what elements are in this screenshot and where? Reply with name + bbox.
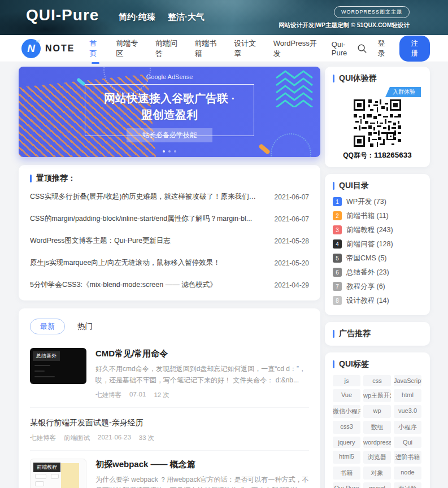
- pinned-post-row[interactable]: CSS实现多行折叠(展开/收起)的历史难题，就这样被攻破了！原来我们差... 2…: [30, 186, 309, 208]
- article-excerpt: 为什么要学 webpack ？用webpack官方的话：是否可以有一种方式，不仅…: [95, 474, 309, 488]
- tag-item[interactable]: html5: [333, 451, 360, 464]
- article-thumbnail: 总结番外: [30, 348, 86, 384]
- article-title: 某银行前端开发面试题-亲身经历: [30, 418, 309, 428]
- article-item[interactable]: 前端教程 初探webpack —— 概念篇 为什么要学 webpack ？用we…: [30, 451, 309, 488]
- article-item[interactable]: 总结番外 CMD常见/常用命令 好久不用cmd命令，发现想返回到d盘却忘记如何返…: [30, 340, 309, 408]
- hero-header: QUI-Pure 简约·纯臻 整洁·大气 WORDPRESS图文主题 网站设计开…: [0, 0, 448, 35]
- category-label: 设计教程 (14): [346, 296, 389, 306]
- register-button[interactable]: 注册: [399, 36, 430, 62]
- nav-menu-item[interactable]: WordPress开发: [273, 38, 318, 59]
- category-item[interactable]: 6 总结番外 (23): [333, 266, 422, 278]
- article-meta: 七娃博客 07-01 12 次: [95, 391, 309, 399]
- tag-item[interactable]: node: [394, 467, 421, 480]
- pinned-post-title: CSS的margin/padding-block/inline-start/en…: [30, 214, 252, 224]
- carousel-dot[interactable]: [174, 150, 176, 152]
- tag-item[interactable]: wp: [363, 405, 391, 418]
- article-thumbnail: 前端教程: [30, 459, 86, 488]
- nav-menu-item[interactable]: Qui-Pure: [332, 40, 358, 57]
- left-column: Google AdSense 网站快速接入谷歌广告联 · 盟创造盈利 站长必备必…: [19, 67, 320, 488]
- category-rank-badge: 2: [333, 211, 342, 220]
- nav-right: 登录 注册: [357, 36, 430, 62]
- tag-item[interactable]: mysql: [363, 482, 391, 488]
- category-item[interactable]: 8 设计教程 (14): [333, 294, 422, 307]
- tag-item[interactable]: 面试题: [394, 482, 421, 488]
- category-item[interactable]: 4 前端问答 (128): [333, 238, 422, 250]
- tag-item[interactable]: css: [363, 375, 391, 386]
- nav-menu-item[interactable]: 首页: [89, 38, 102, 59]
- nav-menu-item[interactable]: 前端专区: [116, 38, 142, 59]
- tag-item[interactable]: Qui: [394, 437, 421, 448]
- tag-item[interactable]: 进阶书籍: [394, 451, 421, 464]
- pinned-post-date: 2021-05-28: [275, 237, 309, 245]
- site-subtitle: 网站设计开发|WP主题定制 © 51QUX.COM轻设计: [279, 21, 410, 29]
- article-author: 七娃博客: [30, 434, 56, 442]
- join-group-ribbon[interactable]: 入群体验: [385, 87, 421, 97]
- tag-item[interactable]: Vue: [333, 389, 360, 402]
- ad-provider-label: Google AdSense: [19, 73, 320, 80]
- banner-circle-decoration: [271, 133, 311, 157]
- login-link[interactable]: 登录: [377, 38, 389, 59]
- category-item[interactable]: 5 帝国CMS (5): [333, 252, 422, 264]
- sidebar: QUI体验群 入群体验 QQ群号：118265633 QU: [325, 67, 430, 488]
- tag-item[interactable]: 书籍: [333, 467, 360, 480]
- catalog-card: QUI目录 1 WP开发 (73) 2 前端书籍 (11) 3: [325, 174, 430, 315]
- category-label: 前端教程 (243): [346, 225, 393, 235]
- nav-menu-item[interactable]: 设计文章: [234, 38, 260, 59]
- article-feed-card: 最新 热门 总结番外 CMD常见/常用命令 好久不用cmd命令，发现想返回到d盘…: [19, 308, 320, 488]
- tag-item[interactable]: vue3.0: [394, 405, 421, 418]
- ads-card: 广告推荐: [325, 322, 430, 346]
- site-logo[interactable]: N ui NOTE: [21, 39, 75, 58]
- tags-card-header: QUI标签: [333, 359, 422, 369]
- logo-text: NOTE: [45, 43, 75, 54]
- ad-banner-carousel[interactable]: Google AdSense 网站快速接入谷歌广告联 · 盟创造盈利 站长必备必…: [19, 67, 320, 157]
- tag-item[interactable]: css3: [333, 421, 360, 434]
- logo-icon: N ui: [21, 39, 41, 58]
- tag-item[interactable]: 微信小程序: [333, 405, 360, 418]
- pinned-post-row[interactable]: WordPress图文博客主题：Qui-Pure更新日志 2021-05-28: [30, 230, 309, 252]
- tag-item[interactable]: jquery: [333, 437, 360, 448]
- category-item[interactable]: 1 WP开发 (73): [333, 195, 422, 208]
- pinned-post-date: 2021-04-29: [275, 281, 309, 289]
- article-date: 2021-06-23: [98, 434, 131, 442]
- tag-item[interactable]: JavaScript: [394, 375, 421, 386]
- article-author: 七娃博客: [95, 391, 121, 399]
- main-content: Google AdSense 网站快速接入谷歌广告联 · 盟创造盈利 站长必备必…: [0, 62, 448, 488]
- pinned-post-row[interactable]: CSS的margin/padding-block/inline-start/en…: [30, 208, 309, 230]
- tab-hot[interactable]: 热门: [77, 321, 93, 332]
- category-item[interactable]: 7 教程分享 (6): [333, 280, 422, 293]
- article-item[interactable]: 某银行前端开发面试题-亲身经历 七娃博客 前端面试 2021-06-23 33 …: [30, 408, 309, 451]
- pinned-post-row[interactable]: 原生js实现marquee向上/向左无缝滚动，鼠标移入暂停效果！ 2021-05…: [30, 252, 309, 274]
- nav-menu-item[interactable]: 前端问答: [155, 38, 181, 59]
- category-label: 教程分享 (6): [346, 282, 385, 291]
- tag-item[interactable]: 对象: [363, 467, 391, 480]
- pinned-post-title: WordPress图文博客主题：Qui-Pure更新日志: [30, 236, 171, 246]
- hero-right: WORDPRESS图文主题 网站设计开发|WP主题定制 © 51QUX.COM轻…: [279, 6, 410, 29]
- tag-item[interactable]: 数组: [363, 421, 391, 434]
- carousel-dot[interactable]: [163, 150, 165, 152]
- section-bar-icon: [333, 75, 334, 82]
- category-item[interactable]: 3 前端教程 (243): [333, 224, 422, 236]
- tag-item[interactable]: wordpress: [363, 437, 391, 448]
- catalog-card-title: QUI目录: [339, 181, 369, 191]
- tag-item[interactable]: wp主题开发: [363, 389, 391, 402]
- search-icon[interactable]: [357, 43, 367, 54]
- category-list: 1 WP开发 (73) 2 前端书籍 (11) 3 前端教程 (243): [333, 195, 422, 307]
- article-excerpt: 好久不用cmd命令，发现想返回到d盘却忘记如何返回，一直“cd d：”，哎，还是…: [95, 364, 309, 386]
- pinned-post-title: CSS实现多行折叠(展开/收起)的历史难题，就这样被攻破了！原来我们差...: [30, 192, 256, 202]
- tag-item[interactable]: js: [333, 375, 360, 386]
- tab-latest[interactable]: 最新: [30, 319, 65, 334]
- category-item[interactable]: 2 前端书籍 (11): [333, 210, 422, 222]
- pinned-card-header: 置顶推荐：: [30, 173, 309, 184]
- tag-item[interactable]: 小程序: [394, 421, 421, 434]
- tag-item[interactable]: 浏览器: [363, 451, 391, 464]
- nav-menu-item[interactable]: 前端书籍: [195, 38, 221, 59]
- section-bar-icon: [333, 330, 334, 338]
- pinned-post-row[interactable]: 5分钟学会CSS3:《mix-blend-mode:screen —— 滤色模式…: [30, 274, 309, 296]
- article-views: 33 次: [139, 434, 155, 442]
- tag-item[interactable]: html: [394, 389, 421, 402]
- tag-item[interactable]: Qui-Pure: [333, 482, 360, 488]
- carousel-dot[interactable]: [168, 150, 171, 152]
- section-bar-icon: [333, 360, 334, 368]
- ads-card-title: 广告推荐: [339, 329, 371, 339]
- category-rank-badge: 3: [333, 225, 342, 234]
